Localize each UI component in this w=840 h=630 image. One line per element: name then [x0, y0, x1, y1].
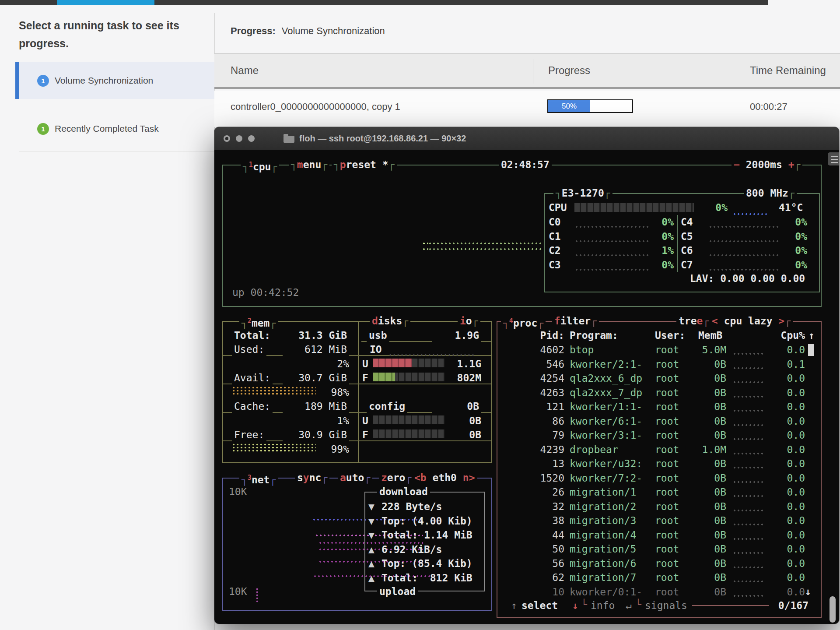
process-mem: 0B — [681, 429, 726, 442]
column-progress[interactable]: Progress — [548, 64, 590, 77]
proc-info-button[interactable]: info — [591, 599, 615, 612]
interval-minus-button[interactable]: − — [734, 159, 740, 170]
proc-header-cpu[interactable]: Cpu% — [764, 329, 805, 342]
process-mem: 0B — [681, 514, 726, 527]
process-cpu-graph — [734, 481, 764, 483]
process-pid: 86 — [516, 415, 564, 428]
process-row[interactable]: 44 migration/4 root 0B 0.0 — [214, 528, 822, 542]
uptime-label: up 00:42:52 — [232, 286, 299, 299]
disks-title[interactable]: disks┌ — [370, 314, 410, 327]
label: reset * — [346, 159, 388, 170]
core-pct: 0% — [763, 258, 807, 271]
process-row[interactable]: 13 kworker/u32: root 0B 0.0 — [214, 457, 822, 471]
select-up-arrow-icon[interactable]: ↑ — [511, 599, 517, 612]
process-row[interactable]: 38 migration/3 root 0B 0.0 — [214, 514, 822, 528]
process-name: migration/6 — [570, 557, 636, 570]
process-user: root — [655, 514, 679, 527]
scroll-down-arrow-icon[interactable]: ↓ — [805, 585, 811, 598]
process-cpu: 0.0 — [766, 528, 805, 542]
process-row[interactable]: 86 kworker/6:1- root 0B 0.0 — [214, 414, 822, 429]
proc-header-user[interactable]: User: — [655, 329, 685, 342]
task-row-name: controller0_0000000000000000, copy 1 — [231, 101, 400, 113]
select-down-arrow-icon[interactable]: ↓ — [572, 599, 578, 612]
window-zoom-button[interactable] — [248, 135, 255, 142]
task-panel-heading: Select a running task to see its progres… — [19, 17, 194, 53]
process-cpu-graph — [734, 509, 764, 512]
proc-header-mem[interactable]: MemB — [698, 329, 722, 342]
terminal-scrollbar-thumb[interactable] — [830, 596, 836, 623]
process-cpu-graph — [734, 438, 764, 440]
process-mem: 0B — [681, 400, 726, 413]
process-user: root — [655, 443, 679, 456]
process-user: root — [655, 386, 679, 399]
process-row[interactable]: 1520 kworker/7:2- root 0B 0.0 — [214, 471, 822, 486]
proc-tree-button[interactable]: tree┌ — [676, 314, 711, 327]
process-cpu: 0.0 — [766, 415, 805, 428]
process-row[interactable]: 62 migration/7 root 0B 0.0 — [214, 570, 822, 585]
box-title: proc — [513, 317, 537, 329]
process-mem: 0B — [681, 557, 726, 570]
process-row[interactable]: 32 migration/2 root 0B 0.0 — [214, 500, 822, 514]
process-cpu: 0.0 — [766, 542, 805, 556]
process-row[interactable]: 50 migration/5 root 0B 0.0 — [214, 542, 822, 556]
sort-next-button[interactable]: > — [778, 315, 784, 327]
process-cpu-graph — [734, 381, 764, 384]
process-cpu-graph — [734, 395, 764, 398]
terminal-titlebar[interactable]: floh — ssh root@192.168.86.21 — 90×32 — [214, 127, 839, 150]
core-pct: 0% — [763, 230, 807, 243]
task-item-label: Recently Completed Task — [55, 123, 159, 134]
notch-icon: ┐ — [503, 317, 509, 329]
core-pct: 0% — [763, 215, 807, 229]
process-pid: 38 — [516, 514, 564, 527]
process-row[interactable]: 79 kworker/3:1- root 0B 0.0 — [214, 428, 822, 443]
process-cpu-graph — [734, 595, 764, 597]
task-item-volume-synchronization[interactable]: 1 Volume Synchronization — [15, 62, 214, 99]
proc-header-pid[interactable]: Pid: — [521, 329, 564, 342]
proc-header-program[interactable]: Program: — [570, 329, 618, 342]
process-row[interactable]: 4254 qla2xxx_6_dp root 0B 0.0 — [214, 371, 822, 386]
btop-mem-box-title[interactable]: ┐2mem┌ — [239, 314, 278, 330]
process-row[interactable]: 4263 qla2xxx_7_dp root 0B 0.0 — [214, 386, 822, 400]
sort-direction-arrow-icon: ↑ — [808, 329, 815, 342]
btop-preset-button[interactable]: ┐preset *┌ — [332, 158, 397, 171]
proc-signals-button[interactable]: signals — [645, 599, 687, 612]
progress-label: Progress: — [231, 25, 276, 36]
process-cpu-graph — [734, 367, 764, 370]
terminal-list-icon[interactable] — [828, 152, 839, 165]
hotkey: f — [554, 315, 560, 327]
window-close-button[interactable] — [224, 135, 230, 142]
enter-key-icon: ↵ — [626, 599, 632, 612]
core-pct: 0% — [763, 244, 807, 257]
window-minimize-button[interactable] — [236, 135, 242, 142]
proc-filter-button[interactable]: filter┌ — [552, 314, 599, 327]
table-row[interactable]: controller0_0000000000000000, copy 1 50%… — [214, 91, 840, 127]
process-user: root — [655, 457, 679, 470]
process-mem: 0B — [681, 472, 726, 485]
process-cpu: 0.0 — [766, 443, 805, 456]
interval-plus-button[interactable]: + — [788, 159, 794, 170]
process-user: root — [655, 400, 679, 413]
active-tab-indicator[interactable] — [57, 0, 154, 5]
process-row[interactable]: 26 migration/1 root 0B 0.0 — [214, 485, 822, 500]
column-name[interactable]: Name — [231, 64, 259, 77]
proc-scrollbar-thumb[interactable] — [808, 344, 814, 356]
column-time-remaining[interactable]: Time Remaining — [750, 64, 826, 77]
process-row[interactable]: 4602 btop root 5.0M 0.0 — [214, 343, 822, 357]
btop-cpu-box-title[interactable]: ┐1cpu┌ — [241, 158, 279, 173]
process-row[interactable]: 546 kworker/2:1- root 0B 0.1 — [214, 357, 822, 372]
process-row[interactable]: 10 kworker/0:1- root 0B 0.0 — [214, 585, 822, 599]
task-item-recently-completed[interactable]: 1 Recently Completed Task — [15, 117, 214, 140]
process-row[interactable]: 4239 dropbear root 1.0M 0.0 — [214, 443, 822, 457]
proc-sort-switcher[interactable]: < cpu lazy >┌ — [710, 314, 793, 327]
sort-prev-button[interactable]: < — [712, 315, 718, 327]
process-row[interactable]: 56 migration/6 root 0B 0.0 — [214, 556, 822, 571]
btop-interval-control[interactable]: − 2000ms +┌ — [732, 158, 802, 171]
btop-proc-box-title[interactable]: ┐4proc┌ — [501, 314, 546, 330]
proc-select-button[interactable]: select — [522, 599, 558, 612]
disk-size: 1.9G — [432, 329, 481, 342]
process-pid: 44 — [516, 528, 564, 542]
disks-io-toggle[interactable]: io┌ — [458, 314, 480, 327]
process-cpu-graph — [734, 495, 764, 497]
btop-menu-button[interactable]: ┐menu┌ — [289, 158, 329, 171]
process-row[interactable]: 121 kworker/1:1- root 0B 0.0 — [214, 400, 822, 414]
